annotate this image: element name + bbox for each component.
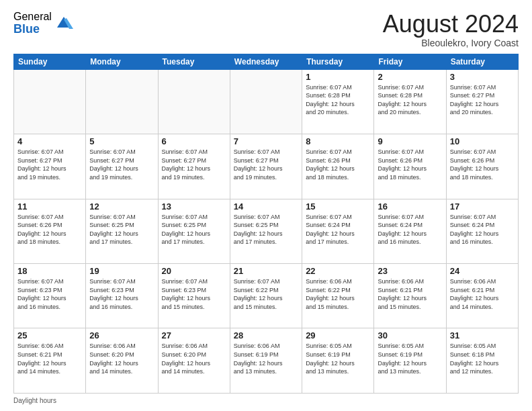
- logo-icon: [54, 13, 73, 32]
- day-info: Sunrise: 6:05 AM Sunset: 6:18 PM Dayligh…: [450, 342, 515, 375]
- day-number: 24: [450, 266, 515, 276]
- day-number: 18: [17, 266, 82, 276]
- table-row: 24Sunrise: 6:06 AM Sunset: 6:21 PM Dayli…: [446, 264, 518, 328]
- day-number: 3: [450, 72, 515, 82]
- day-info: Sunrise: 6:07 AM Sunset: 6:27 PM Dayligh…: [450, 83, 515, 117]
- table-row: 11Sunrise: 6:07 AM Sunset: 6:26 PM Dayli…: [14, 199, 86, 263]
- calendar-week-3: 11Sunrise: 6:07 AM Sunset: 6:26 PM Dayli…: [14, 199, 519, 263]
- calendar-subtitle: Bleoulekro, Ivory Coast: [383, 38, 519, 48]
- table-row: 15Sunrise: 6:07 AM Sunset: 6:24 PM Dayli…: [302, 199, 374, 263]
- day-number: 27: [162, 330, 226, 340]
- table-row: 10Sunrise: 6:07 AM Sunset: 6:26 PM Dayli…: [446, 134, 518, 199]
- day-number: 12: [89, 201, 154, 212]
- table-row: 19Sunrise: 6:07 AM Sunset: 6:23 PM Dayli…: [86, 264, 158, 328]
- day-number: 9: [378, 136, 442, 146]
- day-number: 15: [306, 201, 370, 212]
- footer-text: Daylight hours: [13, 397, 56, 404]
- day-info: Sunrise: 6:07 AM Sunset: 6:28 PM Dayligh…: [306, 83, 370, 117]
- table-row: 20Sunrise: 6:07 AM Sunset: 6:23 PM Dayli…: [158, 264, 230, 328]
- table-row: 5Sunrise: 6:07 AM Sunset: 6:27 PM Daylig…: [86, 134, 158, 199]
- page: General Blue August 2024 Bleoulekro, Ivo…: [0, 0, 532, 411]
- day-info: Sunrise: 6:07 AM Sunset: 6:25 PM Dayligh…: [162, 213, 226, 246]
- day-info: Sunrise: 6:05 AM Sunset: 6:19 PM Dayligh…: [378, 342, 442, 375]
- day-info: Sunrise: 6:05 AM Sunset: 6:19 PM Dayligh…: [306, 342, 370, 375]
- day-info: Sunrise: 6:06 AM Sunset: 6:21 PM Dayligh…: [378, 277, 442, 311]
- day-number: 16: [378, 201, 442, 212]
- table-row: 31Sunrise: 6:05 AM Sunset: 6:18 PM Dayli…: [446, 328, 518, 394]
- day-number: 6: [162, 136, 226, 146]
- logo-blue: Blue: [13, 23, 52, 36]
- day-info: Sunrise: 6:07 AM Sunset: 6:24 PM Dayligh…: [450, 213, 515, 246]
- day-info: Sunrise: 6:07 AM Sunset: 6:27 PM Dayligh…: [162, 148, 226, 181]
- table-row: 29Sunrise: 6:05 AM Sunset: 6:19 PM Dayli…: [302, 328, 374, 394]
- footer: Daylight hours: [13, 397, 519, 404]
- header-row: Sunday Monday Tuesday Wednesday Thursday…: [14, 54, 519, 69]
- day-info: Sunrise: 6:07 AM Sunset: 6:26 PM Dayligh…: [17, 213, 82, 246]
- table-row: 26Sunrise: 6:06 AM Sunset: 6:20 PM Dayli…: [86, 328, 158, 394]
- day-number: 31: [450, 330, 515, 340]
- day-number: 26: [89, 330, 154, 340]
- table-row: [86, 69, 158, 134]
- day-number: 22: [306, 266, 370, 276]
- table-row: 7Sunrise: 6:07 AM Sunset: 6:27 PM Daylig…: [230, 134, 302, 199]
- table-row: 13Sunrise: 6:07 AM Sunset: 6:25 PM Dayli…: [158, 199, 230, 263]
- table-row: 18Sunrise: 6:07 AM Sunset: 6:23 PM Dayli…: [14, 264, 86, 328]
- day-info: Sunrise: 6:07 AM Sunset: 6:25 PM Dayligh…: [89, 213, 154, 246]
- day-number: 13: [162, 201, 226, 212]
- header: General Blue August 2024 Bleoulekro, Ivo…: [13, 11, 519, 48]
- day-info: Sunrise: 6:07 AM Sunset: 6:26 PM Dayligh…: [306, 148, 370, 181]
- col-thursday: Thursday: [302, 54, 374, 69]
- calendar-week-1: 1Sunrise: 6:07 AM Sunset: 6:28 PM Daylig…: [14, 69, 519, 134]
- day-info: Sunrise: 6:07 AM Sunset: 6:26 PM Dayligh…: [450, 148, 515, 181]
- day-info: Sunrise: 6:07 AM Sunset: 6:23 PM Dayligh…: [17, 277, 82, 311]
- day-info: Sunrise: 6:07 AM Sunset: 6:27 PM Dayligh…: [234, 148, 298, 181]
- table-row: 12Sunrise: 6:07 AM Sunset: 6:25 PM Dayli…: [86, 199, 158, 263]
- day-info: Sunrise: 6:06 AM Sunset: 6:19 PM Dayligh…: [234, 342, 298, 375]
- day-info: Sunrise: 6:07 AM Sunset: 6:25 PM Dayligh…: [234, 213, 298, 246]
- day-info: Sunrise: 6:06 AM Sunset: 6:22 PM Dayligh…: [306, 277, 370, 311]
- day-number: 25: [17, 330, 82, 340]
- day-number: 23: [378, 266, 442, 276]
- table-row: 28Sunrise: 6:06 AM Sunset: 6:19 PM Dayli…: [230, 328, 302, 394]
- table-row: 30Sunrise: 6:05 AM Sunset: 6:19 PM Dayli…: [374, 328, 446, 394]
- table-row: 1Sunrise: 6:07 AM Sunset: 6:28 PM Daylig…: [302, 69, 374, 134]
- table-row: 22Sunrise: 6:06 AM Sunset: 6:22 PM Dayli…: [302, 264, 374, 328]
- day-number: 20: [162, 266, 226, 276]
- day-number: 28: [234, 330, 298, 340]
- table-row: 3Sunrise: 6:07 AM Sunset: 6:27 PM Daylig…: [446, 69, 518, 134]
- day-number: 4: [17, 136, 82, 146]
- day-number: 30: [378, 330, 442, 340]
- col-sunday: Sunday: [14, 54, 86, 69]
- day-info: Sunrise: 6:06 AM Sunset: 6:20 PM Dayligh…: [89, 342, 154, 375]
- day-info: Sunrise: 6:07 AM Sunset: 6:23 PM Dayligh…: [89, 277, 154, 311]
- table-row: 25Sunrise: 6:06 AM Sunset: 6:21 PM Dayli…: [14, 328, 86, 394]
- day-info: Sunrise: 6:06 AM Sunset: 6:20 PM Dayligh…: [162, 342, 226, 375]
- day-info: Sunrise: 6:07 AM Sunset: 6:26 PM Dayligh…: [378, 148, 442, 181]
- table-row: 21Sunrise: 6:07 AM Sunset: 6:22 PM Dayli…: [230, 264, 302, 328]
- day-number: 29: [306, 330, 370, 340]
- logo-general: General: [13, 11, 52, 23]
- day-info: Sunrise: 6:07 AM Sunset: 6:27 PM Dayligh…: [17, 148, 82, 181]
- day-info: Sunrise: 6:07 AM Sunset: 6:28 PM Dayligh…: [378, 83, 442, 117]
- day-info: Sunrise: 6:07 AM Sunset: 6:27 PM Dayligh…: [89, 148, 154, 181]
- calendar-table: Sunday Monday Tuesday Wednesday Thursday…: [13, 54, 519, 394]
- day-number: 17: [450, 201, 515, 212]
- table-row: 27Sunrise: 6:06 AM Sunset: 6:20 PM Dayli…: [158, 328, 230, 394]
- day-info: Sunrise: 6:07 AM Sunset: 6:22 PM Dayligh…: [234, 277, 298, 311]
- col-wednesday: Wednesday: [230, 54, 302, 69]
- day-number: 1: [306, 72, 370, 82]
- logo-text: General Blue: [13, 11, 52, 36]
- day-number: 19: [89, 266, 154, 276]
- calendar-title: August 2024: [383, 11, 519, 38]
- day-number: 14: [234, 201, 298, 212]
- day-info: Sunrise: 6:06 AM Sunset: 6:21 PM Dayligh…: [450, 277, 515, 311]
- col-friday: Friday: [374, 54, 446, 69]
- day-number: 2: [378, 72, 442, 82]
- col-saturday: Saturday: [446, 54, 518, 69]
- table-row: [230, 69, 302, 134]
- col-tuesday: Tuesday: [158, 54, 230, 69]
- day-info: Sunrise: 6:07 AM Sunset: 6:24 PM Dayligh…: [306, 213, 370, 246]
- table-row: 4Sunrise: 6:07 AM Sunset: 6:27 PM Daylig…: [14, 134, 86, 199]
- day-number: 21: [234, 266, 298, 276]
- table-row: 16Sunrise: 6:07 AM Sunset: 6:24 PM Dayli…: [374, 199, 446, 263]
